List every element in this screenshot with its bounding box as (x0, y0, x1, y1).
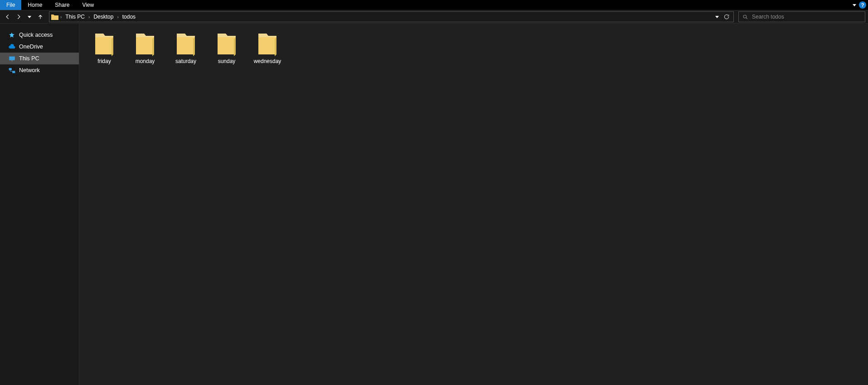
folder-item[interactable]: wednesday (247, 30, 288, 66)
chevron-down-icon (28, 16, 31, 18)
star-icon (8, 31, 15, 39)
ribbon-tab-view[interactable]: View (76, 0, 100, 10)
address-bar[interactable]: › This PC › Desktop › todos (49, 11, 734, 22)
search-icon (742, 14, 748, 20)
main: Quick access OneDrive This PC Network fr… (0, 24, 868, 385)
svg-rect-1 (9, 56, 15, 60)
ribbon: File Home Share View ? (0, 0, 868, 10)
svg-rect-3 (9, 68, 11, 70)
folder-icon (50, 12, 59, 21)
folder-item[interactable]: sunday (206, 30, 247, 66)
breadcrumb-separator-icon: › (59, 15, 63, 19)
back-button[interactable] (3, 12, 13, 22)
forward-button[interactable] (14, 12, 24, 22)
folder-label: monday (136, 58, 155, 64)
folder-icon (134, 32, 156, 56)
svg-rect-4 (12, 71, 15, 73)
navbar: › This PC › Desktop › todos (0, 10, 868, 24)
monitor-icon (8, 55, 15, 62)
arrow-left-icon (5, 14, 11, 20)
breadcrumb-separator-icon: › (87, 15, 91, 19)
sidebar-item-quick-access[interactable]: Quick access (0, 29, 79, 41)
network-icon (8, 67, 15, 74)
sidebar-item-network[interactable]: Network (0, 64, 79, 76)
sidebar-item-label: Quick access (19, 32, 53, 38)
folder-label: wednesday (254, 58, 281, 64)
folder-label: sunday (218, 58, 236, 64)
search-input[interactable] (752, 14, 865, 20)
arrow-right-icon (15, 14, 22, 20)
breadcrumb-separator-icon: › (116, 15, 119, 19)
sidebar-item-this-pc[interactable]: This PC (0, 53, 79, 64)
cloud-icon (8, 43, 15, 50)
sidebar-item-label: Network (19, 67, 40, 73)
folder-content[interactable]: fridaymondaysaturdaysundaywednesday (79, 24, 868, 385)
breadcrumb-segment[interactable]: This PC (63, 12, 87, 22)
ribbon-tab-file[interactable]: File (0, 0, 21, 10)
search-box[interactable] (738, 11, 865, 22)
folder-icon (257, 32, 278, 56)
breadcrumb-segment[interactable]: todos (120, 12, 138, 22)
svg-rect-2 (11, 60, 13, 61)
svg-point-0 (743, 15, 747, 18)
folder-item[interactable]: friday (84, 30, 125, 66)
folder-item[interactable]: monday (125, 30, 165, 66)
up-button[interactable] (35, 12, 45, 22)
minimize-ribbon-icon[interactable] (853, 4, 856, 6)
sidebar-item-label: OneDrive (19, 44, 43, 50)
ribbon-tab-home[interactable]: Home (21, 0, 48, 10)
sidebar-item-onedrive[interactable]: OneDrive (0, 41, 79, 53)
sidebar-item-label: This PC (19, 55, 39, 62)
folder-icon (93, 32, 115, 56)
recent-locations-button[interactable] (24, 12, 34, 22)
folder-label: saturday (175, 58, 196, 64)
folder-item[interactable]: saturday (165, 30, 206, 66)
navigation-pane: Quick access OneDrive This PC Network (0, 24, 79, 385)
arrow-up-icon (37, 14, 44, 20)
address-dropdown-icon[interactable] (715, 16, 719, 18)
refresh-icon[interactable] (723, 14, 730, 20)
folder-icon (216, 32, 238, 56)
ribbon-tab-share[interactable]: Share (48, 0, 76, 10)
folder-label: friday (97, 58, 111, 64)
breadcrumb-segment[interactable]: Desktop (91, 12, 116, 22)
help-icon[interactable]: ? (859, 1, 866, 9)
folder-icon (175, 32, 197, 56)
